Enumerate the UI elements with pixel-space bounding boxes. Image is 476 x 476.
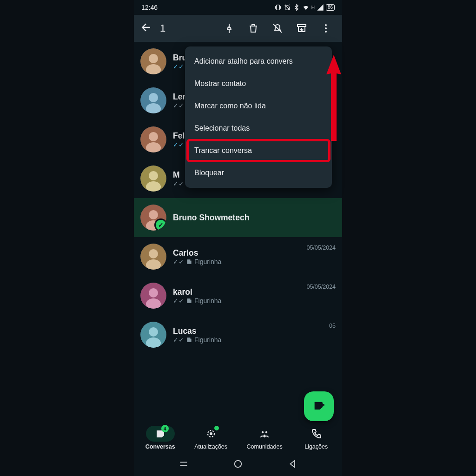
chat-row[interactable]: Bruno Showmetech bbox=[134, 198, 342, 237]
system-nav bbox=[134, 454, 342, 476]
status-time: 12:46 bbox=[141, 4, 158, 11]
chat-main: Carlos ✓✓ Figurinha bbox=[173, 248, 300, 265]
svg-point-32 bbox=[262, 431, 264, 433]
pin-icon bbox=[224, 23, 235, 34]
svg-point-33 bbox=[265, 431, 267, 433]
chat-name: Bruno Showmetech bbox=[173, 213, 329, 223]
nav-label: Comunidades bbox=[247, 443, 283, 450]
avatar[interactable] bbox=[140, 126, 166, 152]
svg-point-10 bbox=[149, 93, 158, 102]
trash-icon bbox=[248, 23, 259, 34]
signal-icon bbox=[317, 4, 324, 11]
chat-main: Bruno Showmetech bbox=[173, 213, 329, 223]
chat-main: Lucas ✓✓ Figurinha bbox=[173, 326, 323, 344]
avatar[interactable] bbox=[140, 165, 166, 192]
wifi-icon bbox=[302, 4, 310, 11]
svg-point-4 bbox=[325, 27, 327, 29]
avatar[interactable] bbox=[140, 244, 166, 270]
avatar[interactable] bbox=[140, 87, 166, 113]
selection-action-bar: 1 bbox=[134, 15, 342, 42]
recent-apps-button[interactable] bbox=[178, 459, 189, 471]
svg-point-31 bbox=[210, 432, 212, 435]
nav-item-comunidades[interactable]: Comunidades bbox=[247, 426, 283, 450]
avatar[interactable] bbox=[140, 48, 166, 74]
back-nav-button[interactable] bbox=[288, 459, 298, 471]
chat-preview: ✓✓ Figurinha bbox=[173, 336, 323, 344]
nav-label: Atualizações bbox=[194, 443, 227, 450]
chat-row[interactable]: Lucas ✓✓ Figurinha 05 bbox=[134, 315, 342, 354]
chat-main: karol ✓✓ Figurinha bbox=[173, 287, 300, 304]
avatar[interactable] bbox=[140, 283, 166, 309]
network-type: H bbox=[311, 5, 315, 10]
chat-name: karol bbox=[173, 287, 300, 297]
alarm-off-icon bbox=[284, 4, 291, 11]
svg-point-19 bbox=[149, 210, 158, 219]
chat-name: Carlos bbox=[173, 248, 300, 258]
menu-item[interactable]: Marcar como não lida bbox=[185, 95, 332, 117]
archive-button[interactable] bbox=[292, 23, 311, 34]
context-menu: Adicionar atalho para conversMostrar con… bbox=[185, 46, 332, 188]
nav-item-conversas[interactable]: 4 Conversas bbox=[145, 426, 175, 450]
nav-icon bbox=[259, 428, 270, 439]
nav-label: Conversas bbox=[145, 443, 175, 450]
svg-point-5 bbox=[325, 31, 327, 33]
svg-point-28 bbox=[149, 327, 158, 337]
sticker-icon bbox=[186, 258, 192, 265]
nav-icon bbox=[311, 428, 322, 439]
bottom-nav: 4 Conversas Atualizações Comunidades Lig… bbox=[134, 419, 342, 454]
chat-name: Lucas bbox=[173, 326, 323, 336]
more-button[interactable] bbox=[316, 23, 336, 34]
sticker-icon bbox=[186, 337, 192, 343]
svg-point-16 bbox=[149, 171, 158, 180]
svg-point-35 bbox=[235, 461, 242, 468]
chat-preview: ✓✓ Figurinha bbox=[173, 258, 300, 265]
nav-item-atualizações[interactable]: Atualizações bbox=[194, 426, 227, 450]
bell-off-icon bbox=[272, 23, 283, 34]
svg-point-22 bbox=[149, 249, 158, 258]
pin-button[interactable] bbox=[219, 23, 239, 34]
new-chat-icon bbox=[312, 400, 325, 413]
back-button[interactable] bbox=[140, 21, 152, 35]
menu-item[interactable]: Adicionar atalho para convers bbox=[185, 50, 332, 73]
chat-preview: ✓✓ Figurinha bbox=[173, 297, 300, 304]
menu-item[interactable]: Selecionar todas bbox=[185, 117, 332, 139]
svg-point-13 bbox=[149, 132, 158, 141]
battery-level: 86 bbox=[326, 4, 335, 11]
menu-item[interactable]: Bloquear bbox=[185, 162, 332, 184]
nav-dot bbox=[214, 426, 219, 430]
menu-item[interactable]: Mostrar contato bbox=[185, 73, 332, 95]
svg-point-7 bbox=[149, 54, 158, 63]
nav-pill bbox=[197, 426, 225, 442]
selection-count: 1 bbox=[160, 22, 165, 34]
nav-label: Ligações bbox=[304, 443, 328, 450]
menu-item[interactable]: Trancar conversa bbox=[188, 140, 329, 161]
svg-point-25 bbox=[149, 288, 158, 298]
chat-row[interactable]: karol ✓✓ Figurinha 05/05/2024 bbox=[134, 276, 342, 315]
avatar[interactable] bbox=[140, 205, 166, 231]
chat-date: 05/05/2024 bbox=[306, 284, 336, 290]
archive-icon bbox=[296, 23, 307, 34]
sticker-icon bbox=[186, 298, 192, 304]
avatar[interactable] bbox=[140, 322, 166, 348]
svg-rect-2 bbox=[298, 25, 306, 26]
nav-item-ligações[interactable]: Ligações bbox=[302, 426, 331, 450]
new-chat-fab[interactable] bbox=[304, 391, 334, 421]
more-vert-icon bbox=[320, 23, 331, 34]
nav-pill bbox=[250, 426, 279, 442]
nav-badge: 4 bbox=[161, 425, 169, 432]
annotation-arrow bbox=[324, 46, 343, 143]
chat-date: 05 bbox=[329, 323, 336, 329]
chat-row[interactable]: Carlos ✓✓ Figurinha 05/05/2024 bbox=[134, 237, 342, 276]
vibrate-icon bbox=[274, 4, 282, 11]
status-icons: H 86 bbox=[274, 4, 335, 11]
svg-rect-0 bbox=[276, 5, 279, 10]
delete-button[interactable] bbox=[244, 23, 263, 34]
mute-button[interactable] bbox=[268, 23, 287, 34]
nav-pill bbox=[146, 426, 175, 442]
nav-pill bbox=[302, 426, 331, 442]
bluetooth-icon bbox=[293, 4, 300, 11]
status-bar: 12:46 H 86 bbox=[134, 0, 342, 15]
home-button[interactable] bbox=[233, 459, 243, 471]
chat-date: 05/05/2024 bbox=[306, 245, 336, 251]
svg-point-3 bbox=[325, 24, 327, 26]
